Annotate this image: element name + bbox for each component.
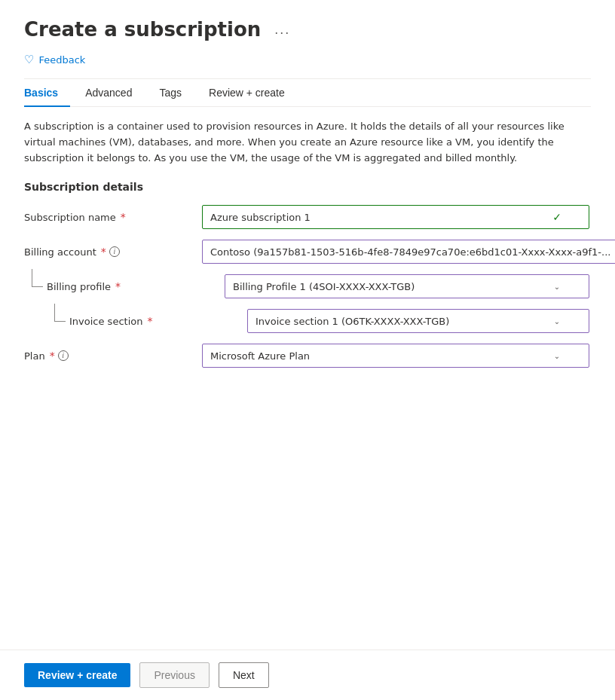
check-icon: ✓ [549, 211, 565, 223]
billing-account-row: Billing account * i Contoso (9a157b81-15… [24, 240, 589, 264]
billing-profile-value: Billing Profile 1 (4SOI-XXXX-XXX-TGB) [233, 281, 549, 292]
subscription-name-dropdown[interactable]: Azure subscription 1 ✓ [202, 205, 589, 229]
subscription-name-row: Subscription name * Azure subscription 1… [24, 205, 589, 229]
form-grid: Subscription name * Azure subscription 1… [24, 205, 589, 368]
review-create-button[interactable]: Review + create [24, 663, 130, 687]
tab-basics[interactable]: Basics [24, 79, 70, 106]
feedback-link[interactable]: ♡ Feedback [24, 53, 591, 66]
billing-account-dropdown[interactable]: Contoso (9a157b81-1503-516b-4fe8-7849e97… [202, 240, 615, 264]
plan-required: * [50, 350, 55, 362]
billing-account-value: Contoso (9a157b81-1503-516b-4fe8-7849e97… [210, 246, 610, 258]
billing-account-required: * [101, 246, 106, 258]
billing-profile-dropdown[interactable]: Billing Profile 1 (4SOI-XXXX-XXX-TGB) ⌄ [225, 274, 589, 298]
tab-tags[interactable]: Tags [159, 79, 194, 106]
subscription-name-value: Azure subscription 1 [210, 212, 549, 223]
tab-advanced[interactable]: Advanced [85, 79, 144, 106]
billing-profile-label: Billing profile [47, 281, 111, 292]
section-title: Subscription details [24, 181, 591, 193]
plan-info-icon[interactable]: i [58, 350, 69, 361]
billing-account-info-icon[interactable]: i [109, 246, 120, 257]
plan-dropdown[interactable]: Microsoft Azure Plan ⌄ [202, 344, 589, 368]
ellipsis-button[interactable]: ... [270, 20, 295, 39]
invoice-section-chevron-icon: ⌄ [549, 317, 565, 326]
billing-profile-chevron-icon: ⌄ [549, 283, 565, 291]
invoice-section-label: Invoice section [69, 316, 142, 327]
next-button[interactable]: Next [219, 662, 269, 688]
plan-row: Plan * i Microsoft Azure Plan ⌄ [24, 344, 589, 368]
subscription-name-label: Subscription name [24, 212, 116, 223]
page-title: Create a subscription [24, 18, 261, 41]
invoice-section-dropdown[interactable]: Invoice section 1 (O6TK-XXXX-XXX-TGB) ⌄ [247, 309, 589, 333]
subscription-name-required: * [121, 211, 126, 223]
invoice-section-row: Invoice section * Invoice section 1 (O6T… [24, 309, 589, 333]
billing-account-chevron-icon: ⌄ [610, 248, 615, 256]
tab-review-create[interactable]: Review + create [209, 79, 297, 106]
feedback-label: Feedback [38, 54, 85, 66]
heart-icon: ♡ [24, 53, 34, 66]
plan-label: Plan [24, 350, 45, 362]
plan-value: Microsoft Azure Plan [210, 350, 549, 362]
billing-account-label: Billing account [24, 246, 96, 258]
billing-profile-row: Billing profile * Billing Profile 1 (4SO… [24, 274, 589, 298]
invoice-section-required: * [147, 315, 152, 327]
description-text: A subscription is a container used to pr… [24, 119, 589, 166]
footer: Review + create Previous Next [0, 650, 615, 700]
plan-chevron-icon: ⌄ [549, 352, 565, 360]
tabs-row: Basics Advanced Tags Review + create [24, 79, 591, 107]
invoice-section-value: Invoice section 1 (O6TK-XXXX-XXX-TGB) [255, 316, 549, 327]
billing-profile-required: * [115, 280, 121, 292]
previous-button[interactable]: Previous [139, 662, 209, 688]
